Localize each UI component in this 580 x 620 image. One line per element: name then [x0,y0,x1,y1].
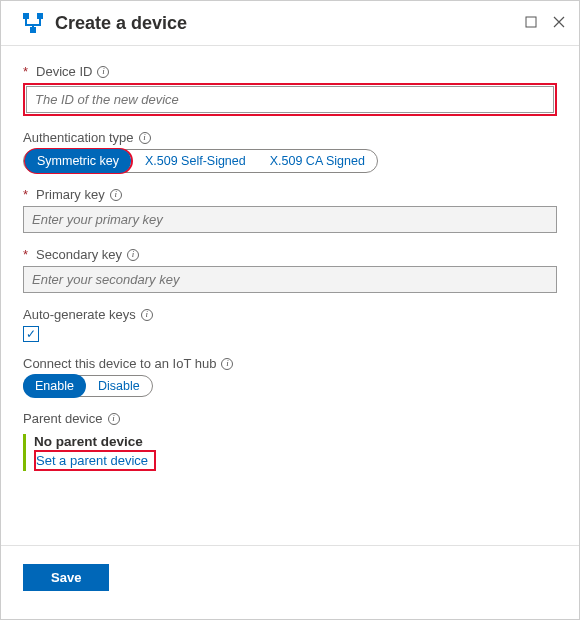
auth-type-toggle: Symmetric key X.509 Self-Signed X.509 CA… [23,149,378,173]
info-icon[interactable]: i [127,249,139,261]
field-auth-type: Authentication type i Symmetric key X.50… [23,130,557,173]
field-primary-key: * Primary key i [23,187,557,233]
primary-key-input[interactable] [23,206,557,233]
field-connect-hub: Connect this device to an IoT hub i Enab… [23,356,557,397]
svg-rect-2 [30,27,36,33]
required-star: * [23,64,28,79]
connect-hub-toggle: Enable Disable [23,375,153,397]
auth-selected-highlight: Symmetric key [24,148,133,174]
info-icon[interactable]: i [141,309,153,321]
save-button[interactable]: Save [23,564,109,591]
info-icon[interactable]: i [97,66,109,78]
connect-enable[interactable]: Enable [23,374,86,398]
parent-device-value: No parent device [34,434,156,449]
info-icon[interactable]: i [221,358,233,370]
field-autogen: Auto-generate keys i ✓ [23,307,557,342]
device-id-input[interactable] [26,86,554,113]
parent-device-block: No parent device Set a parent device [23,434,156,471]
required-star: * [23,247,28,262]
close-icon[interactable] [553,15,565,31]
autogen-label: Auto-generate keys [23,307,136,322]
info-icon[interactable]: i [108,413,120,425]
field-device-id: * Device ID i [23,64,557,116]
auth-type-label: Authentication type [23,130,134,145]
primary-key-label: Primary key [36,187,105,202]
svg-rect-3 [526,17,536,27]
panel-title: Create a device [55,13,525,34]
device-id-highlight [23,83,557,116]
device-logo-icon [21,11,45,35]
field-parent-device: Parent device i No parent device Set a p… [23,411,557,471]
required-star: * [23,187,28,202]
info-icon[interactable]: i [139,132,151,144]
secondary-key-input[interactable] [23,266,557,293]
auth-option-x509-ca[interactable]: X.509 CA Signed [258,150,377,172]
secondary-key-label: Secondary key [36,247,122,262]
info-icon[interactable]: i [110,189,122,201]
auth-option-symmetric[interactable]: Symmetric key [25,149,131,173]
autogen-checkbox[interactable]: ✓ [23,326,39,342]
device-id-label: Device ID [36,64,92,79]
auth-option-x509-self[interactable]: X.509 Self-Signed [133,150,258,172]
parent-link-highlight: Set a parent device [34,450,156,471]
field-secondary-key: * Secondary key i [23,247,557,293]
panel-header: Create a device [1,1,579,46]
svg-rect-0 [23,13,29,19]
svg-rect-1 [37,13,43,19]
maximize-icon[interactable] [525,15,537,31]
connect-hub-label: Connect this device to an IoT hub [23,356,216,371]
form-body: * Device ID i Authentication type i Symm… [1,46,579,545]
panel-footer: Save [1,545,579,619]
parent-device-label: Parent device [23,411,103,426]
connect-disable[interactable]: Disable [86,375,152,397]
set-parent-link[interactable]: Set a parent device [36,453,148,468]
